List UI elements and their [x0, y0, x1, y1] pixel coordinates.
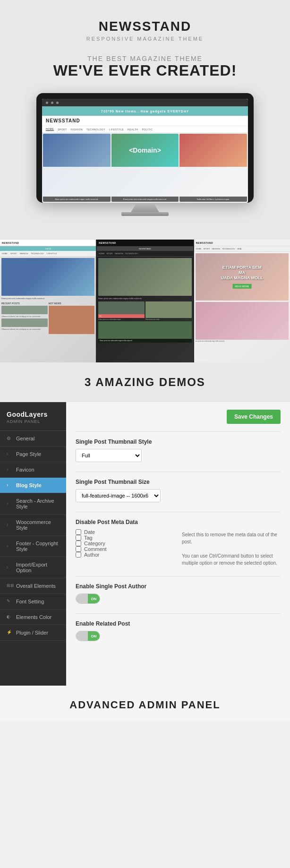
demo-1-caption: Etiam porta sem malesuada magna mollis e… [1, 297, 94, 300]
demo-1-small-row: RECENT POSTS Ullamcos laboris nisi ut al… [1, 302, 94, 334]
sidebar-label-search-archive: Search - Archive Style [16, 498, 60, 509]
meta-checkbox-author[interactable] [76, 552, 81, 558]
meta-checkbox-date[interactable] [76, 529, 81, 535]
chevron-right-icon-2: › [7, 467, 12, 473]
fake-menu-bar: HOME SPORT FASHION TECHNOLOGY LIFESTYLE … [42, 126, 248, 133]
author-toggle-switch[interactable]: ON [76, 593, 100, 604]
related-toggle-row: ON [76, 631, 281, 641]
sidebar-item-woocommerce[interactable]: › Woocommerce Style [0, 515, 66, 536]
related-toggle-off [76, 631, 88, 641]
thumbnail-style-select[interactable]: Full Half None [76, 449, 142, 462]
thumbnail-size-select[interactable]: full-featured-image -- 1600x650 large --… [76, 489, 161, 502]
fake-card-caption-1: Etiam porta sem malesuada magna mollis e… [43, 197, 111, 202]
admin-main: Save Changes Single Post Thumbnail Style… [66, 402, 290, 686]
demo-1: NEWSSTAND 730*90 HOME SPORT FASHION TECH… [0, 240, 96, 362]
menu-technology: TECHNOLOGY [86, 128, 105, 131]
meta-label-date: Date [84, 529, 95, 535]
divider-1 [76, 431, 281, 432]
demo-3-content: ETIAM PORTA SEM MAUADA MAGNA MOLL READ M… [194, 252, 290, 344]
fake-banner: 720*90 New Items.. New gadgets EVERYDAY [42, 106, 248, 116]
sidebar-item-overall-elements[interactable]: ⊞ Overall Elements [0, 578, 66, 594]
thumbnail-style-label: Single Post Thumbnail Style [76, 438, 281, 445]
demo-1-menu: HOME SPORT FASHION TECHNOLOGY LIFESTYLE [0, 251, 96, 257]
monitor-stand [131, 203, 159, 212]
nav-dot-3 [56, 102, 59, 104]
monitor-mockup: 720*90 New Items.. New gadgets EVERYDAY … [36, 93, 254, 216]
monitor-outer: 720*90 New Items.. New gadgets EVERYDAY … [36, 93, 254, 203]
menu-politic: POLITIC [142, 128, 153, 131]
meta-hint: Select this to remove the meta data out … [182, 531, 281, 567]
meta-option-tag: Tag [76, 535, 174, 541]
enable-related-label: Enable Related Post [76, 620, 281, 627]
menu-fashion: FASHION [71, 128, 83, 131]
sidebar-item-page-style[interactable]: › Page Style [0, 447, 66, 462]
chevron-right-icon-5: › [7, 543, 12, 549]
fake-card-caption-2: Etiam porta sem maleu ada magna mollis e… [111, 197, 179, 202]
fake-card-image-1 [43, 134, 111, 167]
demo-3-portrait: am porta sem malesuada mag mollis euismo… [196, 302, 289, 342]
sidebar-item-blog-style[interactable]: › Blog Style [0, 478, 66, 493]
fake-card-image-3 [179, 134, 247, 167]
divider-2 [76, 472, 281, 472]
demo-3-nav: NEWSSTAND [194, 240, 290, 246]
demo-3-menu: HOME SPORT FASHION TECHNOLOGY HEAL [194, 246, 290, 252]
sidebar-item-general[interactable]: General [0, 431, 66, 447]
admin-section: GoodLayers ADMIN PANEL General › Page St… [0, 402, 290, 686]
sidebar-item-footer[interactable]: › Footer - Copyright Style [0, 536, 66, 557]
meta-checkbox-category[interactable] [76, 541, 81, 546]
disable-meta-section: Disable Post Meta Data Date Tag Category [76, 519, 281, 567]
hero-tagline-small: THE BEST MAGAZINE THEME [9, 55, 281, 62]
thumbnail-style-section: Single Post Thumbnail Style Full Half No… [76, 438, 281, 462]
demo-3-logo: NEWSSTAND [196, 241, 213, 244]
sidebar-item-favicon[interactable]: › Favicon [0, 462, 66, 478]
sidebar-label-blog-style: Blog Style [16, 482, 42, 488]
meta-checkbox-comment[interactable] [76, 546, 81, 552]
demo-2-caption: Etiam porta sem malesuada magna mollis e… [98, 297, 191, 300]
sidebar-brand-sub: ADMIN PANEL [7, 419, 60, 424]
demo-1-nav: NEWSSTAND [0, 240, 96, 246]
sidebar-label-plugin-slider: Plugin / Slider [16, 630, 48, 636]
sidebar-label-general: General [16, 436, 34, 441]
meta-option-category: Category [76, 541, 174, 546]
sidebar-item-font-setting[interactable]: ✎ Font Setting [0, 594, 66, 610]
divider-4 [76, 576, 281, 576]
demo-2-content: Etiam porta sem malesuada magna mollis e… [97, 257, 193, 344]
demos-label: 3 AMAZING DEMOS [9, 376, 281, 389]
demos-label-section: 3 AMAZING DEMOS [0, 362, 290, 402]
menu-health: HEALTH [128, 128, 138, 131]
sidebar-label-elements-color: Elements Color [16, 614, 51, 620]
sidebar-item-search-archive[interactable]: › Search - Archive Style [0, 493, 66, 515]
toggle-off-side [76, 594, 88, 603]
meta-label-author: Author [84, 552, 99, 558]
demo-2-menu: HOME SPORT FASHION TECHNOLOGY [97, 251, 193, 257]
sidebar-label-woocommerce: Woocommerce Style [16, 519, 60, 531]
demo-2-banner: NEWSSTAND [97, 246, 193, 251]
enable-related-section: Enable Related Post ON [76, 620, 281, 641]
chevron-right-icon: › [7, 451, 12, 457]
meta-label-category: Category [84, 541, 105, 546]
divider-5 [76, 613, 281, 614]
related-toggle-switch[interactable]: ON [76, 631, 100, 641]
color-icon: ◐ [7, 614, 12, 620]
meta-option-author: Author [76, 552, 174, 558]
save-changes-button[interactable]: Save Changes [227, 410, 281, 424]
sidebar-item-import-export[interactable]: › Import/Export Option [0, 557, 66, 578]
fake-card-2: <Domain> Etiam porta sem maleu ada magna… [111, 134, 179, 202]
chevron-right-icon-6: › [7, 565, 12, 570]
sidebar-item-plugin-slider[interactable]: ⚡ Plugin / Slider [0, 625, 66, 641]
demo-1-content: Etiam porta sem malesuada magna mollis e… [0, 257, 96, 335]
monitor-screen: 720*90 New Items.. New gadgets EVERYDAY … [42, 99, 248, 203]
divider-3 [76, 512, 281, 512]
meta-checkbox-tag[interactable] [76, 535, 81, 541]
sidebar-label-page-style: Page Style [16, 451, 41, 457]
advanced-section: ADVANCED ADMIN PANEL [0, 686, 290, 721]
chevron-right-icon-active: › [7, 482, 12, 488]
fake-card-image-2: <Domain> [111, 134, 179, 167]
chevron-right-icon-4: › [7, 522, 12, 528]
meta-option-date: Date [76, 529, 174, 535]
author-toggle-row: ON [76, 593, 281, 604]
hero-section: NEWSSTAND RESPONSIVE MAGAZINE THEME THE … [0, 0, 290, 240]
fake-content-grid: Etiam porta sem malesuada magna mollis e… [42, 133, 248, 203]
sidebar-item-elements-color[interactable]: ◐ Elements Color [0, 610, 66, 625]
hero-subtitle: RESPONSIVE MAGAZINE THEME [9, 36, 281, 42]
